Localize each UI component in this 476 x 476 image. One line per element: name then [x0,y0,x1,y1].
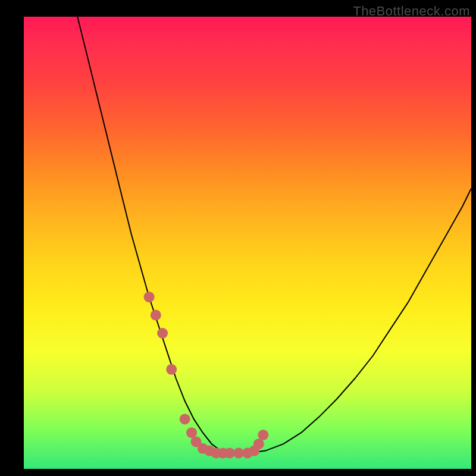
curve-marker [180,414,190,424]
curve-marker [258,430,268,440]
chart-frame: TheBottleneck.com [0,0,476,476]
chart-overlay [24,17,471,469]
curve-marker [151,310,161,321]
curve-marker [166,364,177,375]
curve-marker [157,328,168,339]
marker-group [144,292,269,458]
bottleneck-curve [77,17,471,453]
watermark-text: TheBottleneck.com [353,4,470,19]
curve-marker [144,292,155,302]
